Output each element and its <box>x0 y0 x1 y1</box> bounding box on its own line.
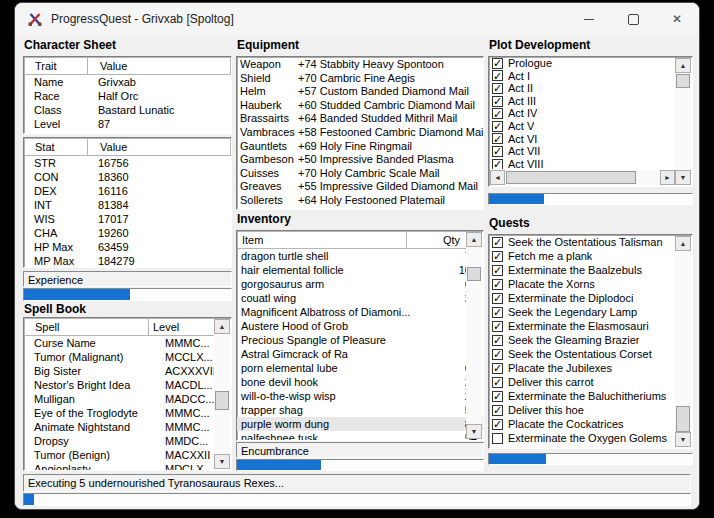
checkbox[interactable]: ✓ <box>492 279 503 290</box>
checklist-item[interactable]: ✓ Act VIII <box>489 158 675 169</box>
checkbox[interactable]: ✓ <box>492 58 503 69</box>
scroll-down-button[interactable]: ▼ <box>214 454 230 469</box>
inventory-row[interactable]: bone devil hook 25 <box>237 375 483 389</box>
column-header-trait[interactable]: Trait <box>25 58 87 74</box>
table-row[interactable]: WIS 17017 <box>24 212 231 226</box>
checkbox[interactable]: ✓ <box>492 405 503 416</box>
checkbox[interactable]: ✓ <box>492 363 503 374</box>
scroll-left-button[interactable]: ◄ <box>490 170 505 185</box>
inventory-row[interactable]: porn elemental lube 65 <box>237 361 483 375</box>
titlebar[interactable]: ProgressQuest - Grivxab [Spoltog] ✕ <box>15 3 699 35</box>
inventory-row[interactable]: nalfeshnee tusk 54 <box>237 431 483 441</box>
equipment-row[interactable]: Weapon +74 Stabbity Heavy Spontoon <box>237 58 483 72</box>
checklist-item[interactable]: ✓ Act I <box>489 70 675 83</box>
spell-row[interactable]: Curse Name MMMC... <box>24 336 231 350</box>
table-row[interactable]: Level 87 <box>24 117 231 131</box>
inventory-row[interactable]: gorgosaurus arm 66 <box>237 277 483 291</box>
minimize-button[interactable] <box>567 3 611 35</box>
spell-row[interactable]: Animate Nightstand MMMC... <box>24 420 231 434</box>
checklist-item[interactable]: ✓ Prologue <box>489 57 675 70</box>
checklist-item[interactable]: ✓ Fetch me a plank <box>489 249 675 263</box>
equipment-row[interactable]: Greaves +55 Impressive Gilded Diamond Ma… <box>237 180 483 194</box>
equipment-row[interactable]: Shield +70 Cambric Fine Aegis <box>237 72 483 86</box>
scroll-up-button[interactable]: ▲ <box>466 232 482 247</box>
checklist-item[interactable]: ✓ Act V <box>489 120 675 133</box>
checkbox[interactable]: ✓ <box>492 237 503 248</box>
checkbox[interactable]: ✓ <box>492 321 503 332</box>
checkbox[interactable]: ✓ <box>492 391 503 402</box>
checklist-item[interactable]: Exterminate the Oxygen Golems <box>489 431 675 445</box>
scrollbar-track[interactable] <box>214 334 230 454</box>
spell-row[interactable]: Nestor's Bright Idea MACDL... <box>24 378 231 392</box>
table-row[interactable]: CON 18360 <box>24 170 231 184</box>
checklist-item[interactable]: ✓ Deliver this carrot <box>489 375 675 389</box>
inventory-row[interactable]: Astral Gimcrack of Ra 1 <box>237 347 483 361</box>
close-button[interactable]: ✕ <box>655 3 699 35</box>
equipment-row[interactable]: Sollerets +64 Holy Festooned Platemail <box>237 194 483 208</box>
scroll-right-button[interactable]: ► <box>660 170 675 185</box>
equipment-row[interactable]: Hauberk +60 Studded Cambric Diamond Mail <box>237 99 483 113</box>
checkbox[interactable]: ✓ <box>492 293 503 304</box>
checklist-item[interactable]: ✓ Exterminate the Diplodoci <box>489 291 675 305</box>
table-row[interactable]: Class Bastard Lunatic <box>24 103 231 117</box>
scrollbar-track[interactable] <box>505 170 660 185</box>
quest-scrollbar[interactable]: ▲ ▼ <box>675 236 691 447</box>
checkbox[interactable]: ✓ <box>492 159 503 169</box>
table-row[interactable]: STR 16756 <box>24 156 231 170</box>
table-row[interactable]: HP Max 63459 <box>24 240 231 254</box>
equipment-row[interactable]: Vambraces +58 Festooned Cambric Diamond … <box>237 126 483 140</box>
checklist-item[interactable]: ✓ Placate the Jubilexes <box>489 361 675 375</box>
scroll-up-button[interactable]: ▲ <box>675 236 691 251</box>
maximize-button[interactable] <box>611 3 655 35</box>
checkbox[interactable]: ✓ <box>492 108 503 119</box>
inventory-row[interactable]: will-o-the-wisp wisp 28 <box>237 389 483 403</box>
checklist-item[interactable]: ✓ Seek the Gleaming Brazier <box>489 333 675 347</box>
checkbox[interactable]: ✓ <box>492 146 503 157</box>
scrollbar-thumb[interactable] <box>676 406 690 432</box>
checklist-item[interactable]: ✓ Act IV <box>489 107 675 120</box>
table-row[interactable]: INT 81384 <box>24 198 231 212</box>
column-header-value[interactable]: Value <box>87 58 230 74</box>
scrollbar-thumb[interactable] <box>215 391 229 410</box>
plot-vertical-scrollbar[interactable]: ▲ ▼ <box>675 58 691 185</box>
checklist-item[interactable]: ✓ Act III <box>489 95 675 108</box>
checklist-item[interactable]: ✓ Exterminate the Baalzebuls <box>489 263 675 277</box>
spell-row[interactable]: Tumor (Benign) MACXXII <box>24 448 231 462</box>
spell-list-scrollbar[interactable]: ▲ ▼ <box>214 319 230 469</box>
checkbox[interactable]: ✓ <box>492 265 503 276</box>
table-row[interactable]: MP Max 184279 <box>24 254 231 268</box>
scrollbar-track[interactable] <box>675 251 691 432</box>
checkbox[interactable]: ✓ <box>492 251 503 262</box>
checklist-item[interactable]: ✓ Seek the Ostentatious Corset <box>489 347 675 361</box>
checklist-item[interactable]: ✓ Exterminate the Baluchitheriums <box>489 389 675 403</box>
scroll-up-button[interactable]: ▲ <box>675 58 691 73</box>
spell-row[interactable]: Mulligan MADCC... <box>24 392 231 406</box>
checklist-item[interactable]: ✓ Deliver this hoe <box>489 403 675 417</box>
checklist-item[interactable]: ✓ Act VII <box>489 145 675 158</box>
checkbox[interactable]: ✓ <box>492 419 503 430</box>
inventory-row[interactable]: hair elemental follicle 101 <box>237 263 483 277</box>
spell-row[interactable]: Angioplasty MDCLX... <box>24 462 231 471</box>
inventory-scrollbar[interactable]: ▲ ▼ <box>466 232 482 439</box>
scrollbar-thumb[interactable] <box>676 74 690 88</box>
table-row[interactable]: Race Half Orc <box>24 89 231 103</box>
equipment-row[interactable]: Cuisses +70 Holy Cambric Scale Mail <box>237 167 483 181</box>
checklist-item[interactable]: ✓ Act II <box>489 82 675 95</box>
spell-row[interactable]: Big Sister ACXXXVII <box>24 364 231 378</box>
equipment-row[interactable]: Gambeson +50 Impressive Banded Plasma <box>237 153 483 167</box>
checklist-item[interactable]: ✓ Exterminate the Elasmosauri <box>489 319 675 333</box>
checklist-item[interactable]: ✓ Seek the Legendary Lamp <box>489 305 675 319</box>
inventory-row[interactable]: couatl wing 28 <box>237 291 483 305</box>
checklist-item[interactable]: ✓ Placate the Xorns <box>489 277 675 291</box>
checkbox[interactable]: ✓ <box>492 133 503 144</box>
inventory-row[interactable]: Magnificent Albatross of Diamoni... 1 <box>237 305 483 319</box>
scroll-down-button[interactable]: ▼ <box>466 424 482 439</box>
checkbox[interactable] <box>492 433 503 444</box>
equipment-row[interactable]: Gauntlets +69 Holy Fine Ringmail <box>237 140 483 154</box>
inventory-row[interactable]: Precious Spangle of Pleasure 3 <box>237 333 483 347</box>
spell-row[interactable]: Tumor (Malignant) MCCLX... <box>24 350 231 364</box>
equipment-row[interactable]: Brassairts +64 Banded Studded Mithril Ma… <box>237 112 483 126</box>
scrollbar-thumb[interactable] <box>506 171 636 184</box>
column-header-level[interactable]: Level <box>148 319 214 335</box>
inventory-row[interactable]: trapper shag 55 <box>237 403 483 417</box>
